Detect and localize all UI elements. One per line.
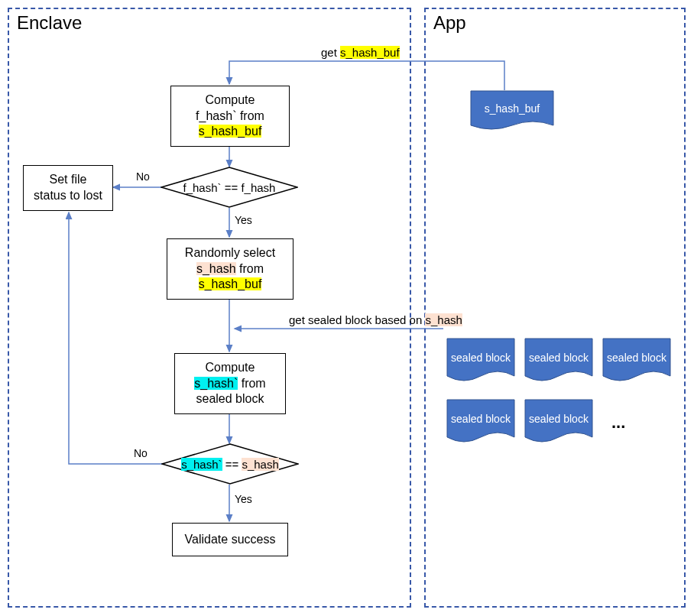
get-sealed-b: s_hash <box>425 313 462 326</box>
compute-fhash-line2b: s_hash_buf <box>199 125 262 138</box>
decision1-no-label: No <box>136 170 150 183</box>
validate-success-text: Validate success <box>185 532 276 548</box>
random-select-l2b: from <box>236 262 264 275</box>
get-shashbuf-label: get s_hash_buf <box>321 46 400 59</box>
decision-shash: s_hash` == s_hash <box>161 443 299 485</box>
enclave-title: Enclave <box>17 12 82 34</box>
compute-shash-l2b: from <box>238 377 265 390</box>
app-container <box>424 8 686 608</box>
shashbuf-doc: s_hash_buf <box>470 90 554 136</box>
compute-fhash-box: Compute f_hash` from s_hash_buf <box>170 86 290 147</box>
decision1-yes-label: Yes <box>235 214 252 226</box>
set-lost-l1: Set file <box>50 172 87 188</box>
get-shashbuf-b: s_hash_buf <box>340 46 400 59</box>
get-sealed-label: get sealed block based on s_hash <box>289 313 462 326</box>
sealed-block-2: sealed block <box>524 338 593 387</box>
compute-shash-l2: s_hash` <box>194 377 238 390</box>
decision2-no-label: No <box>134 447 148 459</box>
set-lost-box: Set file status to lost <box>23 165 113 211</box>
sealed-block-2-text: sealed block <box>524 338 593 379</box>
sealed-block-5: sealed block <box>524 399 593 448</box>
random-select-l2: s_hash <box>196 262 236 275</box>
decision2-a: s_hash` <box>181 458 222 471</box>
decision2-c: s_hash <box>242 458 278 471</box>
validate-success-box: Validate success <box>172 523 288 556</box>
decision1-a: f_hash` <box>183 181 222 194</box>
sealed-block-3-text: sealed block <box>602 338 671 379</box>
compute-fhash-line1: Compute <box>206 92 255 109</box>
compute-shash-box: Compute s_hash` from sealed block <box>174 353 286 414</box>
random-select-l1: Randomly select <box>185 245 275 261</box>
compute-shash-l3: sealed block <box>196 391 264 407</box>
decision2-yes-label: Yes <box>235 493 252 505</box>
sealed-block-3: sealed block <box>602 338 671 387</box>
compute-fhash-line2a: f_hash` from <box>196 109 264 125</box>
random-select-l3: s_hash_buf <box>199 277 262 290</box>
sealed-block-1: sealed block <box>446 338 515 387</box>
shashbuf-doc-text: s_hash_buf <box>470 90 554 128</box>
decision-fhash: f_hash` == f_hash <box>161 167 298 208</box>
compute-shash-l1: Compute <box>206 360 255 376</box>
app-title: App <box>433 12 466 34</box>
sealed-block-4-text: sealed block <box>446 399 515 440</box>
random-select-box: Randomly select s_hash from s_hash_buf <box>167 238 293 300</box>
sealed-block-5-text: sealed block <box>524 399 593 440</box>
decision2-b: == <box>222 458 242 471</box>
decision1-b: == f_hash <box>222 181 276 194</box>
get-shashbuf-a: get <box>321 46 340 59</box>
sealed-block-1-text: sealed block <box>446 338 515 379</box>
set-lost-l2: status to lost <box>34 188 102 204</box>
ellipsis: ... <box>611 413 625 433</box>
sealed-block-4: sealed block <box>446 399 515 448</box>
get-sealed-a: get sealed block based on <box>289 313 425 326</box>
